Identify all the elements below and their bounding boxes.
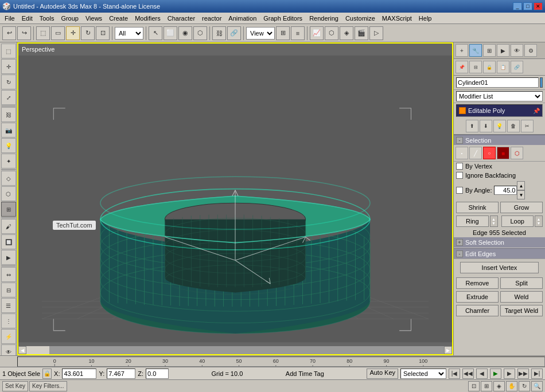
rp-sub-1[interactable]: 📌	[456, 61, 468, 73]
rp-sub-4[interactable]: 📋	[497, 61, 509, 73]
circular-select-button[interactable]: ◉	[178, 26, 192, 40]
stack-icon-3[interactable]: 💡	[493, 120, 506, 132]
lock-icon[interactable]: 🔒	[42, 369, 52, 379]
object-name-input[interactable]	[456, 77, 539, 88]
view-dropdown[interactable]: View	[246, 27, 275, 40]
modifier-list-dropdown[interactable]: Modifier List	[456, 91, 543, 101]
lt-animate-btn[interactable]: ▶	[1, 250, 16, 265]
menu-edit[interactable]: Edit	[18, 14, 36, 23]
menu-file[interactable]: File	[1, 14, 18, 23]
material-editor-button[interactable]: ◈	[340, 26, 353, 40]
menu-help[interactable]: Help	[415, 14, 435, 23]
rp-sub-3[interactable]: 🔒	[483, 61, 496, 73]
loop-button[interactable]: Loop	[501, 215, 534, 227]
lt-link-btn[interactable]: ⛓	[1, 107, 16, 122]
z-input[interactable]	[146, 369, 169, 379]
stack-icon-2[interactable]: ⬇	[480, 120, 492, 132]
selection-section-header[interactable]: - Selection	[454, 135, 545, 145]
by-vertex-checkbox[interactable]	[456, 163, 463, 170]
pb-end-btn[interactable]: ▶|	[531, 369, 543, 379]
rp-create-icon[interactable]: +	[456, 44, 468, 57]
menu-animation[interactable]: Animation	[225, 14, 260, 23]
render-button[interactable]: ▷	[369, 26, 383, 40]
lt-helper-btn[interactable]: ✦	[1, 154, 16, 168]
object-color-swatch[interactable]	[540, 77, 543, 88]
scroll-left-button[interactable]: ◀	[18, 346, 26, 354]
element-mode-icon[interactable]: ⬡	[511, 147, 523, 159]
extrude-button[interactable]: Extrude	[456, 291, 499, 303]
menu-customize[interactable]: Customize	[342, 14, 379, 23]
pb-play-btn[interactable]: ▶	[490, 369, 501, 379]
mirror-button[interactable]: ⊞	[276, 26, 290, 40]
menu-modifiers[interactable]: Modifiers	[131, 14, 164, 23]
lt-camera-btn[interactable]: 📷	[1, 123, 16, 138]
zoom-extents-btn[interactable]: ⊡	[468, 381, 480, 391]
menu-graph-editors[interactable]: Graph Editors	[260, 14, 306, 23]
x-input[interactable]	[62, 369, 96, 379]
polygon-mode-icon[interactable]: ■	[497, 147, 509, 159]
selection-collapse-btn[interactable]: -	[456, 137, 463, 144]
menu-group[interactable]: Group	[57, 14, 82, 23]
rotate-button[interactable]: ↻	[81, 26, 95, 40]
lt-modifier-btn[interactable]: ⊞	[1, 202, 16, 217]
lt-rotate-btn[interactable]: ↻	[1, 75, 16, 89]
split-button[interactable]: Split	[500, 277, 543, 289]
border-mode-icon[interactable]: ○	[483, 147, 496, 159]
lt-align-btn[interactable]: ⊟	[1, 283, 16, 297]
undo-button[interactable]: ↩	[2, 26, 16, 40]
lt-shapes-btn[interactable]: ◇	[1, 171, 16, 186]
maximize-button[interactable]: □	[523, 2, 532, 10]
align-button[interactable]: ≡	[291, 26, 305, 40]
insert-vertex-button[interactable]: Insert Vertex	[460, 262, 539, 273]
by-angle-up-btn[interactable]: ▲	[517, 181, 525, 190]
menu-maxscript[interactable]: MAXScript	[379, 14, 415, 23]
menu-create[interactable]: Create	[106, 14, 131, 23]
rp-sub-5[interactable]: 🔗	[511, 61, 523, 73]
scroll-track[interactable]	[26, 346, 444, 354]
rp-modify-icon[interactable]: 🔧	[469, 44, 482, 57]
pb-next-frame-btn[interactable]: ▶	[504, 369, 515, 379]
by-angle-input[interactable]	[494, 186, 517, 195]
lt-move-btn[interactable]: ✛	[1, 59, 16, 74]
select-button[interactable]: ⬚	[36, 26, 50, 40]
stack-icon-1[interactable]: ⬆	[466, 120, 478, 132]
lt-display-btn[interactable]: 👁	[1, 344, 16, 355]
scroll-thumb[interactable]	[26, 346, 49, 354]
remove-button[interactable]: Remove	[456, 277, 499, 289]
redo-button[interactable]: ↪	[17, 26, 31, 40]
rp-sub-2[interactable]: ⊟	[469, 61, 482, 73]
select-object-button[interactable]: ↖	[149, 26, 162, 40]
auto-key-button[interactable]: Auto Key	[367, 369, 398, 379]
rp-utilities-icon[interactable]: ⚙	[524, 44, 537, 57]
freeform-select-button[interactable]: ⬡	[193, 26, 207, 40]
y-input[interactable]	[107, 369, 135, 379]
lt-mirror-btn[interactable]: ⇔	[1, 267, 16, 282]
ring-button[interactable]: Ring	[456, 215, 489, 227]
by-angle-down-btn[interactable]: ▼	[517, 190, 525, 199]
schematic-button[interactable]: ⬡	[325, 26, 338, 40]
lt-snap-btn[interactable]: 🔲	[1, 234, 16, 249]
soft-selection-expand-btn[interactable]: +	[456, 239, 463, 246]
lt-layer-btn[interactable]: ☰	[1, 298, 16, 313]
rectangular-select-button[interactable]: ⬜	[164, 26, 177, 40]
vertex-mode-icon[interactable]: •	[456, 147, 468, 159]
pb-prev-btn[interactable]: ◀◀	[462, 369, 474, 379]
stack-icon-4[interactable]: 🗑	[507, 120, 520, 132]
lt-select-btn[interactable]: ⬚	[1, 44, 16, 58]
select-filter-dropdown[interactable]: All	[115, 27, 143, 40]
lt-motion-btn[interactable]: ⚡	[1, 329, 16, 344]
lt-paint-btn[interactable]: 🖌	[1, 219, 16, 234]
menu-tools[interactable]: Tools	[36, 14, 58, 23]
edit-edges-header[interactable]: - Edit Edges	[454, 248, 545, 258]
pb-next-btn[interactable]: ▶▶	[517, 369, 529, 379]
viewport-scrollbar[interactable]: ◀ ▶	[18, 346, 452, 354]
curve-editor-button[interactable]: 📈	[310, 26, 324, 40]
ignore-backfacing-checkbox[interactable]	[456, 172, 463, 179]
edge-mode-icon[interactable]: ╱	[469, 147, 482, 159]
arc-rotate-btn[interactable]: ↻	[519, 381, 530, 391]
lt-geo-btn[interactable]: ⬡	[1, 186, 16, 201]
rp-display-icon[interactable]: 👁	[511, 44, 523, 57]
menu-views[interactable]: Views	[82, 14, 106, 23]
menu-rendering[interactable]: Rendering	[306, 14, 342, 23]
select-region-button[interactable]: ▭	[51, 26, 65, 40]
